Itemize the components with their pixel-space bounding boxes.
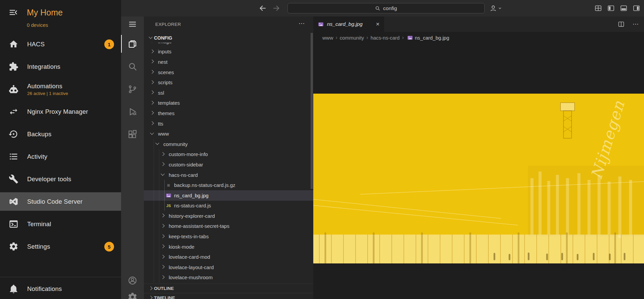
sidebar-item-label: Integrations bbox=[27, 63, 60, 70]
chevron-right-icon bbox=[149, 69, 155, 76]
explorer-more-actions-icon[interactable]: ⋯ bbox=[299, 19, 305, 27]
tab-bar-actions: ⋯ bbox=[618, 16, 639, 32]
sidebar-item-settings[interactable]: Settings5 bbox=[0, 235, 121, 258]
breadcrumb-item-ns_card_bg.jpg[interactable]: ns_card_bg.jpg bbox=[406, 35, 449, 41]
hacs-icon bbox=[9, 39, 18, 49]
tree-item-custom-sidebar[interactable]: custom-sidebar bbox=[144, 159, 313, 170]
tree-item-inputs[interactable]: inputs bbox=[144, 47, 313, 57]
image-icon bbox=[165, 192, 172, 199]
chevron-right-icon bbox=[149, 100, 155, 106]
run-and-debug-view-icon[interactable] bbox=[127, 107, 138, 117]
application-menu-icon[interactable] bbox=[127, 19, 138, 29]
sidebar-item-subtitle: 26 active | 1 inactive bbox=[27, 91, 68, 96]
toggle-secondary-sidebar-icon[interactable] bbox=[633, 5, 640, 12]
layout-actions bbox=[595, 5, 640, 12]
outline-section-header[interactable]: OUTLINE bbox=[144, 284, 313, 293]
tree-item-backup.ns-status-card.js.gz[interactable]: ≡backup.ns-status-card.js.gz bbox=[144, 180, 313, 190]
sidebar-item-notifications[interactable]: Notifications bbox=[0, 278, 121, 299]
sidebar-item-backups[interactable]: Backups bbox=[0, 123, 121, 145]
source-control-view-icon[interactable] bbox=[127, 84, 138, 94]
split-editor-icon[interactable] bbox=[618, 21, 625, 28]
accounts-icon bbox=[489, 4, 497, 12]
explorer-scrollbar[interactable] bbox=[311, 33, 313, 189]
archive-icon: ≡ bbox=[165, 182, 172, 188]
tree-item-lovelace-card-mod[interactable]: lovelace-card-mod bbox=[144, 252, 313, 262]
sidebar-item-label: HACS bbox=[27, 41, 45, 48]
tree-item-ssl[interactable]: ssl bbox=[144, 88, 313, 98]
tree-item-scenes[interactable]: scenes bbox=[144, 67, 313, 78]
chevron-right-icon bbox=[159, 233, 166, 240]
image-icon bbox=[318, 21, 324, 28]
tree-item-scripts[interactable]: scripts bbox=[144, 77, 313, 88]
tree-item-tts[interactable]: tts bbox=[144, 118, 313, 129]
breadcrumb-item-www[interactable]: www bbox=[322, 35, 333, 41]
sidebar-item-integrations[interactable]: Integrations bbox=[0, 55, 121, 78]
sidebar-item-terminal[interactable]: Terminal bbox=[0, 213, 121, 235]
tree-item-community[interactable]: community bbox=[144, 139, 313, 149]
sidebar-item-studio-code-server[interactable]: Studio Code Server bbox=[0, 190, 121, 213]
tree-item-themes[interactable]: themes bbox=[144, 108, 313, 118]
sidebar-item-activity[interactable]: Activity bbox=[0, 145, 121, 168]
toggle-primary-sidebar-icon[interactable] bbox=[607, 5, 614, 12]
tree-item-www[interactable]: www bbox=[144, 129, 313, 139]
search-view-icon[interactable] bbox=[127, 61, 138, 71]
tree-item-history-explorer-card[interactable]: history-explorer-card bbox=[144, 211, 313, 221]
swap-arrows-icon bbox=[9, 107, 18, 116]
tree-item-lovelace-layout-card[interactable]: lovelace-layout-card bbox=[144, 262, 313, 272]
tree-item-label: custom-sidebar bbox=[169, 162, 203, 167]
tree-item-lovelace-mushroom[interactable]: lovelace-mushroom bbox=[144, 272, 313, 283]
tree-item-hacs-ns-card[interactable]: hacs-ns-card bbox=[144, 170, 313, 180]
vscode-window: config EXPLORER ⋯ CONFIG bbox=[121, 0, 644, 299]
tree-item-kiosk-mode[interactable]: kiosk-mode bbox=[144, 242, 313, 252]
editor-more-actions-icon[interactable]: ⋯ bbox=[633, 20, 639, 28]
tree-item-ns-status-card.js[interactable]: JSns-status-card.js bbox=[144, 201, 313, 211]
chevron-right-icon bbox=[159, 212, 166, 219]
gear-icon bbox=[9, 242, 18, 251]
tree-item-home-assistant-secret-taps[interactable]: home-assistant-secret-taps bbox=[144, 221, 313, 232]
explorer-view-icon[interactable] bbox=[127, 39, 138, 49]
navigate-back-icon[interactable] bbox=[258, 4, 267, 13]
account-icon[interactable] bbox=[127, 276, 138, 286]
tree-item-templates[interactable]: templates bbox=[144, 98, 313, 108]
manage-gear-icon[interactable] bbox=[127, 292, 138, 299]
customize-layout-icon[interactable] bbox=[595, 5, 602, 12]
tree-item-label: hacs-ns-card bbox=[169, 172, 198, 178]
tab-close-icon[interactable]: ✕ bbox=[376, 21, 380, 27]
navigate-forward-icon[interactable] bbox=[272, 4, 281, 13]
tree-item-label: lovelace-mushroom bbox=[169, 275, 213, 280]
backup-restore-icon bbox=[9, 129, 18, 139]
command-center-search[interactable]: config bbox=[287, 3, 485, 13]
tree-item-ns_card_bg.jpg[interactable]: ns_card_bg.jpg bbox=[144, 190, 313, 201]
tree-item-keep-texts-in-tabs[interactable]: keep-texts-in-tabs bbox=[144, 231, 313, 242]
instance-title[interactable]: My Home bbox=[27, 8, 63, 17]
workspace-section-header[interactable]: CONFIG bbox=[144, 33, 313, 43]
toggle-panel-icon[interactable] bbox=[620, 5, 627, 12]
sidebar-toggle-menu-icon[interactable] bbox=[8, 7, 18, 17]
vscode-titlebar: config bbox=[121, 0, 644, 16]
search-icon bbox=[375, 6, 380, 11]
accounts-button[interactable] bbox=[489, 4, 502, 12]
breadcrumb-item-hacs-ns-card[interactable]: hacs-ns-card bbox=[371, 35, 400, 41]
tab-ns-card-bg[interactable]: ns_card_bg.jpg ✕ bbox=[313, 16, 384, 32]
timeline-section-header[interactable]: TIMELINE bbox=[144, 293, 313, 299]
sidebar-item-hacs[interactable]: HACS1 bbox=[0, 33, 121, 55]
tab-label: ns_card_bg.jpg bbox=[327, 21, 363, 27]
tree-item-custom-more-info[interactable]: custom-more-info bbox=[144, 149, 313, 160]
breadcrumb-item-community[interactable]: community bbox=[340, 35, 364, 41]
sidebar-item-automations[interactable]: Automations26 active | 1 inactive bbox=[0, 78, 121, 100]
sidebar-menu: HACS1IntegrationsAutomations26 active | … bbox=[0, 33, 121, 258]
breadcrumb-label: www bbox=[322, 35, 333, 41]
chevron-right-icon bbox=[159, 254, 166, 260]
tree-item-nest[interactable]: nest bbox=[144, 57, 313, 67]
tree-item-label: templates bbox=[158, 100, 180, 106]
sidebar-item-nginx-proxy-manager[interactable]: Nginx Proxy Manager bbox=[0, 100, 121, 123]
sidebar-item-developer-tools[interactable]: Developer tools bbox=[0, 168, 121, 190]
activity-bar bbox=[121, 16, 144, 299]
outline-section-label: OUTLINE bbox=[154, 286, 174, 291]
vscode-icon bbox=[9, 197, 18, 206]
breadcrumb-label: hacs-ns-card bbox=[371, 35, 400, 41]
extensions-view-icon[interactable] bbox=[127, 129, 138, 139]
chevron-down-icon bbox=[147, 35, 154, 41]
chevron-right-icon bbox=[159, 264, 166, 270]
indent-guide-active bbox=[164, 180, 165, 211]
